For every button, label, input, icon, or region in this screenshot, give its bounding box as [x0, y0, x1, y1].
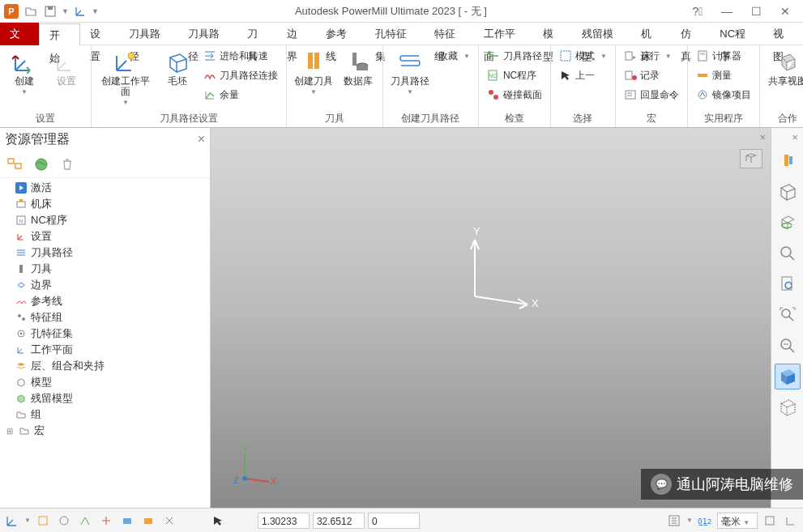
coord-x[interactable]: 1.30233 — [258, 513, 310, 529]
toolpath-button[interactable]: 刀具路径 ▼ — [388, 47, 432, 97]
tree-item-active[interactable]: 激活 — [3, 180, 207, 196]
viewport[interactable]: × Y X Y X Z — [211, 128, 771, 508]
status-right-5[interactable] — [782, 512, 800, 530]
view-rotate-button[interactable] — [775, 210, 801, 236]
tree-item-tool[interactable]: 刀具 — [3, 261, 207, 277]
view-tool-button[interactable] — [775, 148, 801, 174]
tab-toolpath1[interactable]: 刀具路径 — [119, 23, 178, 45]
status-right-1[interactable] — [665, 512, 683, 530]
tab-view[interactable]: 视图 — [763, 23, 802, 45]
axes-dropdown-icon[interactable]: ▼ — [92, 7, 99, 15]
create-button[interactable]: 创建 ▼ — [5, 47, 44, 97]
globe-icon[interactable] — [32, 155, 50, 173]
calculator-button[interactable]: 计算器 — [693, 47, 754, 65]
save-dropdown-icon[interactable]: ▼ — [62, 7, 69, 15]
tab-toolpath2[interactable]: 刀具路径 — [178, 23, 237, 45]
status-right-4[interactable] — [761, 512, 779, 530]
view-hidden-button[interactable] — [775, 394, 801, 420]
close-button[interactable]: ✕ — [774, 5, 797, 18]
tree-item-machine[interactable]: 机床 — [3, 196, 207, 212]
status-cursor-icon[interactable] — [209, 512, 227, 530]
create-workplane-button[interactable]: 创建工作平面 ▼ — [96, 47, 155, 108]
favorite-button[interactable]: 收藏▼ — [435, 47, 473, 65]
tree-item-toolpath[interactable]: 刀具路径 — [3, 245, 207, 261]
mirror-button[interactable]: 镜像项目 — [693, 86, 754, 104]
tree-item-pattern[interactable]: 参考线 — [3, 293, 207, 309]
mode-button[interactable]: 模式▼ — [556, 47, 610, 65]
feed-speed-button[interactable]: 进给和转速 — [200, 47, 281, 65]
chevron-down-icon[interactable]: ▼ — [24, 517, 31, 524]
tab-boundary[interactable]: 边界 — [277, 23, 316, 45]
prev-button[interactable]: 上一 — [556, 66, 610, 84]
zoom-fit-button[interactable] — [775, 302, 801, 328]
view-shaded-button[interactable] — [775, 364, 801, 389]
tree-item-group[interactable]: 组 — [3, 406, 207, 423]
check-nc-button[interactable]: NCNC程序 — [484, 66, 545, 84]
tree-item-stock-model[interactable]: 残留模型 — [3, 390, 207, 406]
tree-item-layers[interactable]: 层、组合和夹持 — [3, 358, 207, 374]
collision-button[interactable]: 碰撞截面 — [484, 86, 545, 104]
chevron-down-icon[interactable]: ▼ — [686, 517, 693, 524]
multi-pane-icon[interactable] — [6, 155, 24, 173]
create-tool-button[interactable]: 创建刀具 ▼ — [292, 47, 335, 97]
coord-z[interactable]: 0 — [368, 513, 420, 529]
unit-select[interactable]: 毫米 ▼ — [717, 513, 758, 529]
measure-button[interactable]: 测量 — [693, 66, 754, 84]
zoom-out-button[interactable] — [775, 333, 801, 359]
stock-button[interactable]: 余量 — [200, 86, 281, 104]
settings-button[interactable]: 设置 — [47, 47, 86, 88]
tree-item-feature-group[interactable]: 特征组 — [3, 309, 207, 326]
zoom-in-button[interactable] — [775, 240, 801, 266]
maximize-button[interactable]: ☐ — [745, 5, 767, 18]
echo-button[interactable]: 回显命令 — [621, 86, 682, 104]
check-toolpath-button[interactable]: 刀具路径 — [484, 47, 545, 65]
toolpath-connection-button[interactable]: 刀具路径连接 — [200, 66, 281, 84]
refresh-page-button[interactable] — [775, 271, 801, 297]
tab-machine[interactable]: 机床 — [631, 23, 670, 45]
axes-icon[interactable] — [72, 3, 88, 19]
coord-y[interactable]: 32.6512 — [313, 513, 365, 529]
view-wireframe-button[interactable] — [775, 179, 801, 205]
status-icon-4[interactable] — [76, 512, 94, 530]
tab-hole-feature[interactable]: 孔特征集 — [365, 23, 425, 45]
viewport-close-button[interactable]: × — [759, 131, 766, 143]
explorer-close-button[interactable]: × — [198, 132, 205, 147]
status-icon-5[interactable] — [97, 512, 115, 530]
minimize-button[interactable]: — — [715, 5, 738, 18]
record-button[interactable]: 记录 — [621, 66, 682, 84]
tree-item-hole-feature[interactable]: 孔特征集 — [3, 326, 207, 342]
status-icon-7[interactable] — [139, 512, 157, 530]
status-icon-2[interactable] — [34, 512, 52, 530]
open-icon[interactable] — [23, 3, 39, 19]
tab-nc-program[interactable]: NC程序 — [710, 23, 763, 45]
right-toolbar-close[interactable]: × — [792, 131, 798, 143]
tree-item-settings[interactable]: 设置 — [3, 228, 207, 245]
tab-workplane[interactable]: 工作平面 — [474, 23, 533, 45]
tab-model[interactable]: 模型 — [533, 23, 572, 45]
status-icon-8[interactable] — [160, 512, 178, 530]
save-icon[interactable] — [42, 3, 58, 19]
tree-item-nc[interactable]: NNC程序 — [3, 212, 207, 228]
axes-status-icon[interactable] — [3, 512, 21, 530]
iso-view-button[interactable] — [740, 149, 762, 168]
trash-icon[interactable] — [58, 155, 76, 173]
tree-item-workplane[interactable]: 工作平面 — [3, 342, 207, 358]
tab-feature-group[interactable]: 特征组 — [425, 23, 474, 45]
tab-home[interactable]: 开始 — [39, 23, 79, 46]
status-icon-6[interactable] — [118, 512, 136, 530]
status-icon-3[interactable] — [55, 512, 73, 530]
tab-setup[interactable]: 设置 — [80, 23, 119, 45]
tab-stock-model[interactable]: 残留模型 — [572, 23, 631, 45]
help-icon[interactable]: ?⃝ — [686, 5, 709, 18]
database-button[interactable]: 数据库 — [339, 47, 378, 88]
tab-simulation[interactable]: 仿真 — [671, 23, 710, 45]
block-button[interactable]: 毛坯 — [158, 47, 197, 88]
tab-tool[interactable]: 刀具 — [237, 23, 276, 45]
tab-file[interactable]: 文件 — [0, 23, 39, 45]
share-view-button[interactable]: 共享视图 — [765, 47, 803, 88]
tree-item-boundary[interactable]: 边界 — [3, 277, 207, 293]
tree-item-macro[interactable]: 宏 — [3, 423, 207, 439]
run-button[interactable]: 运行▼ — [621, 47, 682, 65]
tree-item-model[interactable]: 模型 — [3, 374, 207, 390]
explorer-tree[interactable]: 激活 机床 NNC程序 设置 刀具路径 刀具 边界 参考线 特征组 孔特征集 工… — [0, 178, 210, 508]
